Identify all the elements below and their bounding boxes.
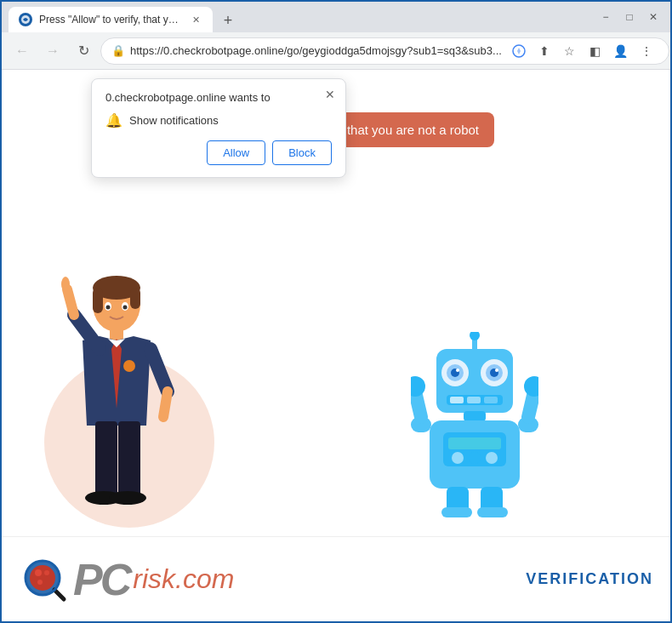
popup-close-button[interactable]: ✕: [322, 86, 339, 103]
address-icons: ⬆ ☆ ◧ 👤 ⋮: [507, 39, 658, 63]
bell-icon: 🔔: [105, 112, 122, 129]
svg-point-57: [44, 570, 49, 575]
svg-point-28: [456, 369, 459, 372]
pcrisk-logo-icon: [19, 554, 70, 605]
browser-frame: Press "Allow" to verify, that you a... ✕…: [2, 2, 670, 621]
svg-point-8: [106, 306, 111, 310]
svg-line-13: [67, 289, 74, 315]
popup-title: 0.checkrobotpage.online wants to: [105, 91, 332, 104]
logo-risk: risk.com: [133, 563, 234, 595]
svg-rect-53: [477, 507, 508, 517]
svg-rect-37: [464, 411, 486, 421]
person-figure: [48, 272, 185, 511]
notification-row-text: Show notifications: [129, 114, 219, 127]
maximize-button[interactable]: □: [619, 7, 640, 27]
pcrisk-logo: PC risk.com: [19, 554, 234, 605]
verification-text: VERIFICATION: [526, 570, 653, 588]
popup-notification-row: 🔔 Show notifications: [105, 112, 332, 129]
address-bar[interactable]: 🔒 https://0.checkrobotpage.online/go/gey…: [100, 37, 669, 65]
url-text: https://0.checkrobotpage.online/go/geygi…: [130, 44, 502, 57]
popup-buttons: Allow Block: [105, 140, 332, 165]
profile-icon[interactable]: 👤: [609, 39, 633, 63]
tab-close-button[interactable]: ✕: [189, 13, 202, 26]
minimize-button[interactable]: −: [595, 7, 616, 27]
svg-point-24: [470, 332, 480, 340]
footer-area: PC risk.com VERIFICATION: [2, 536, 670, 621]
svg-point-43: [486, 452, 498, 464]
svg-rect-40: [448, 437, 501, 449]
svg-point-42: [469, 452, 481, 464]
lock-icon: 🔒: [111, 44, 125, 57]
svg-line-15: [151, 349, 168, 392]
svg-point-46: [411, 376, 425, 397]
window-controls: − □ ✕: [595, 7, 663, 27]
svg-rect-35: [467, 397, 481, 403]
allow-button[interactable]: Allow: [207, 140, 265, 165]
back-button[interactable]: ←: [9, 37, 36, 65]
svg-rect-18: [118, 421, 140, 498]
svg-rect-4: [93, 288, 103, 313]
notification-popup: ✕ 0.checkrobotpage.online wants to 🔔 Sho…: [91, 78, 346, 178]
google-icon[interactable]: [507, 39, 531, 63]
svg-rect-5: [130, 288, 140, 309]
back-icon: ←: [15, 43, 29, 59]
robot-figure: [411, 332, 538, 519]
tab-favicon: [19, 13, 32, 26]
svg-point-55: [30, 565, 55, 591]
title-bar: Press "Allow" to verify, that you a... ✕…: [2, 2, 670, 32]
logo-pc: PC: [73, 554, 129, 605]
block-button[interactable]: Block: [272, 140, 332, 165]
reload-icon: ↻: [78, 43, 89, 59]
svg-point-14: [61, 277, 70, 292]
new-tab-button[interactable]: +: [216, 9, 240, 32]
svg-line-16: [163, 392, 168, 417]
nav-bar: ← → ↻ 🔒 https://0.checkrobotpage.online/…: [2, 32, 670, 70]
svg-rect-17: [95, 421, 117, 498]
share-icon[interactable]: ⬆: [532, 39, 556, 63]
svg-rect-52: [441, 507, 472, 517]
close-button[interactable]: ✕: [643, 7, 663, 27]
tab-title: Press "Allow" to verify, that you a...: [39, 14, 182, 26]
reload-button[interactable]: ↻: [70, 37, 97, 65]
svg-point-20: [109, 491, 146, 505]
svg-point-58: [37, 580, 43, 585]
svg-rect-10: [110, 329, 123, 340]
menu-icon[interactable]: ⋮: [635, 39, 658, 63]
bookmark-icon[interactable]: ☆: [558, 39, 582, 63]
svg-point-21: [123, 360, 135, 372]
forward-button[interactable]: →: [39, 37, 66, 65]
svg-point-32: [495, 369, 498, 372]
svg-rect-34: [450, 397, 464, 403]
svg-point-49: [524, 376, 538, 397]
tab-search-icon[interactable]: ◧: [584, 39, 607, 63]
svg-point-41: [452, 452, 464, 464]
svg-point-9: [123, 306, 128, 310]
svg-rect-36: [484, 397, 498, 403]
svg-line-59: [54, 590, 64, 599]
forward-icon: →: [46, 43, 60, 59]
content-area: ✕ 0.checkrobotpage.online wants to 🔔 Sho…: [2, 70, 670, 621]
tab-area: Press "Allow" to verify, that you a... ✕…: [9, 2, 592, 32]
active-tab[interactable]: Press "Allow" to verify, that you a... ✕: [9, 7, 213, 32]
svg-point-56: [35, 569, 42, 576]
